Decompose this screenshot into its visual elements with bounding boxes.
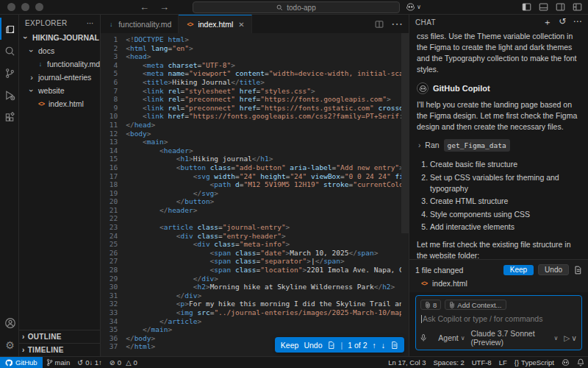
copilot-menu-button[interactable]: ∨ <box>406 2 421 12</box>
keep-all-button[interactable]: Keep <box>503 265 534 275</box>
tree-folder-website[interactable]: › website <box>19 84 100 97</box>
sync-indicator[interactable]: ↺ 0↓ 1↑ <box>74 357 106 368</box>
code-line[interactable]: 30 <h2>Morning hike at Skyline Wildernes… <box>101 283 409 291</box>
toggle-secondary-sidebar-icon[interactable] <box>556 2 565 12</box>
code-line[interactable]: 12<body> <box>101 130 409 138</box>
chat-text-input[interactable]: Ask Copilot or type / for commands <box>421 314 577 323</box>
problems-indicator[interactable]: ⊘ 0 △ 0 <box>106 357 141 368</box>
tree-folder-docs[interactable]: › docs <box>19 44 100 57</box>
source-control-icon[interactable] <box>0 62 19 84</box>
explorer-icon[interactable] <box>0 18 19 40</box>
code-line[interactable]: 2<html lang="en"> <box>101 44 409 53</box>
timeline-section[interactable]: › TIMELINE <box>19 343 100 356</box>
code-line[interactable]: 16 <button class="add-button" aria-label… <box>101 163 409 172</box>
code-line[interactable]: 17 <svg width="24" height="24" viewBox="… <box>101 172 409 181</box>
microphone-icon[interactable] <box>420 333 426 342</box>
changed-file-row[interactable]: <> index.html <box>415 275 582 289</box>
view-diff-icon[interactable] <box>573 266 582 275</box>
code-line[interactable]: 15 <h1>Hiking journal</h1> <box>101 155 409 163</box>
code-line[interactable]: 23 <article class="journal-entry"> <box>101 223 409 232</box>
code-line[interactable]: 8 <link rel="preconnect" href="https://f… <box>101 95 409 104</box>
close-tab-icon[interactable]: ✕ <box>238 21 244 29</box>
code-line[interactable]: 20 </button> <box>101 197 409 206</box>
tree-file-index-html[interactable]: <> index.html <box>19 97 100 110</box>
code-line[interactable]: 28 <span class="location">2201 Imola Ave… <box>101 266 409 275</box>
code-line[interactable]: 10 <link href="https://fonts.googleapis.… <box>101 112 409 121</box>
tree-root-hiking-journal[interactable]: › HIKING-JOURNAL <box>19 31 100 44</box>
split-editor-icon[interactable] <box>375 20 384 29</box>
code-line[interactable]: 9 <link rel="preconnect" href="https://f… <box>101 104 409 113</box>
branch-indicator[interactable]: main <box>43 357 74 368</box>
model-selector[interactable]: Claude 3.7 Sonnet (Preview) ∨ <box>471 329 559 347</box>
code-line[interactable]: 21 </header> <box>101 206 409 215</box>
maximize-window-icon[interactable] <box>35 3 43 11</box>
tree-file-functionality-md[interactable]: ↓ functionality.md <box>19 57 100 71</box>
extensions-icon[interactable] <box>0 106 19 128</box>
close-window-icon[interactable] <box>7 3 15 11</box>
code-line[interactable]: 34 </article> <box>101 317 409 326</box>
attachments-chip[interactable]: 8 <box>420 300 441 310</box>
search-sidebar-icon[interactable] <box>0 40 19 62</box>
code-line[interactable]: 25 <div class="meta-info"> <box>101 240 409 249</box>
customize-layout-icon[interactable] <box>573 2 582 12</box>
previous-change-icon[interactable]: ↑ <box>373 341 376 350</box>
copilot-status-icon[interactable] <box>558 357 573 368</box>
cursor-position[interactable]: Ln 17, Col 3 <box>384 357 429 368</box>
code-line[interactable]: 14 <header> <box>101 146 409 155</box>
undo-button[interactable]: Undo <box>304 341 322 350</box>
open-file-icon[interactable] <box>327 341 335 350</box>
minimap[interactable] <box>401 33 409 356</box>
code-line[interactable]: 3<head> <box>101 52 409 61</box>
settings-gear-icon[interactable]: ⚙ <box>0 334 19 356</box>
tool-run-row[interactable]: › Ran get_Figma_data <box>418 139 581 152</box>
code-editor[interactable]: 1<!DOCTYPE html>2<html lang="en">3<head>… <box>101 33 409 356</box>
diff-editor-icon[interactable] <box>390 341 398 350</box>
indentation-setting[interactable]: Spaces: 2 <box>429 357 467 368</box>
run-debug-icon[interactable] <box>0 84 19 106</box>
code-line[interactable]: 24 <div class="entry-header"> <box>101 232 409 241</box>
code-line[interactable]: 31 </div> <box>101 291 409 300</box>
code-line[interactable]: 22 <box>101 214 409 223</box>
chat-conversation[interactable]: css files. Use the Theme variable collec… <box>409 29 588 259</box>
code-line[interactable]: 1<!DOCTYPE html> <box>101 35 409 44</box>
toggle-panel-icon[interactable] <box>539 2 548 12</box>
code-line[interactable]: 18 <path d="M12 5V19M5 12H19" stroke="cu… <box>101 180 409 189</box>
outline-section[interactable]: › OUTLINE <box>19 330 100 343</box>
keep-button[interactable]: Keep <box>281 341 299 350</box>
tab-index-html[interactable]: <> index.html ✕ <box>179 15 251 33</box>
code-line[interactable]: 4 <meta charset="UTF-8"> <box>101 61 409 70</box>
tab-functionality-md[interactable]: ↓ functionality.md <box>101 15 179 33</box>
chat-more-actions-icon[interactable]: ⋯ <box>573 16 582 29</box>
code-line[interactable]: 11</head> <box>101 121 409 130</box>
code-line[interactable]: 33 <img src="../journal-enteries/images/… <box>101 308 409 317</box>
code-line[interactable]: 26 <span class="date">March 10, 2025</sp… <box>101 249 409 258</box>
code-line[interactable]: 7 <link rel="stylesheet" href="styles.cs… <box>101 87 409 96</box>
code-line[interactable]: 6 <title>Hiking Journal</title> <box>101 78 409 87</box>
minimize-window-icon[interactable] <box>21 3 29 11</box>
mode-selector[interactable]: Agent ∨ <box>438 333 465 342</box>
code-line[interactable]: 29 </div> <box>101 275 409 283</box>
chat-input-box[interactable]: 8 Add Context... Ask Copilot or type / f… <box>415 295 582 350</box>
nav-back-icon[interactable]: ← <box>140 1 149 13</box>
code-line[interactable]: 32 <p>For my hike this morning I did the… <box>101 300 409 308</box>
traffic-lights[interactable] <box>0 3 51 11</box>
tree-folder-journal-enteries[interactable]: › journal-enteries <box>19 71 100 84</box>
editor-more-actions-icon[interactable]: ⋯ <box>391 17 403 31</box>
add-context-button[interactable]: Add Context... <box>445 300 506 310</box>
toggle-primary-sidebar-icon[interactable] <box>522 2 531 12</box>
code-line[interactable]: 13 <main> <box>101 138 409 146</box>
code-line[interactable]: 19 </svg> <box>101 189 409 198</box>
command-center-search[interactable]: todo-app <box>193 1 400 13</box>
accounts-icon[interactable] <box>0 312 19 334</box>
eol-setting[interactable]: LF <box>495 357 511 368</box>
language-mode[interactable]: {} TypeScript <box>511 357 558 368</box>
nav-forward-icon[interactable]: → <box>159 1 169 13</box>
encoding-setting[interactable]: UTF-8 <box>468 357 495 368</box>
remote-github-button[interactable]: GitHub <box>0 357 43 368</box>
chat-history-icon[interactable]: ↺ <box>559 16 566 29</box>
next-change-icon[interactable]: ↓ <box>381 341 385 350</box>
send-button[interactable]: ▷ ∨ <box>564 333 577 342</box>
new-chat-icon[interactable]: ＋ <box>543 16 552 29</box>
code-line[interactable]: 27 <span class="separator">|</span> <box>101 257 409 266</box>
notifications-bell-icon[interactable] <box>573 357 588 368</box>
